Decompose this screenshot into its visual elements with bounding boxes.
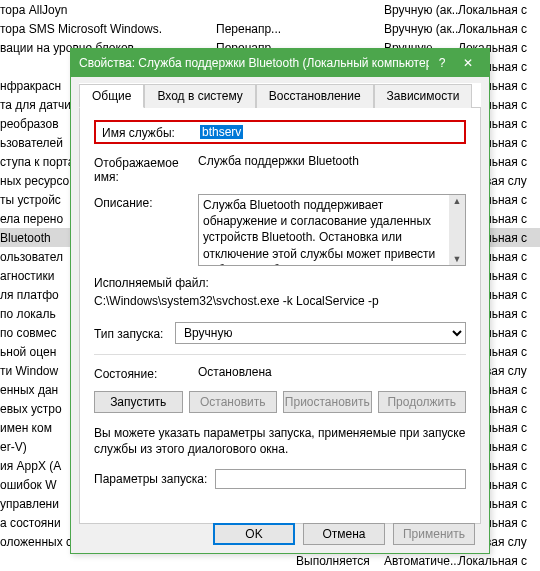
state-label: Состояние: [94,365,198,381]
params-label: Параметры запуска: [94,472,207,486]
titlebar[interactable]: Свойства: Служба поддержки Bluetooth (Ло… [71,49,489,77]
stop-button: Остановить [189,391,278,413]
description-box: Служба Bluetooth поддерживает обнаружени… [198,194,466,266]
description-label: Описание: [94,194,198,210]
service-row[interactable]: тора SMS Microsoft Windows.Перенапр...Вр… [0,19,540,38]
cancel-button[interactable]: Отмена [303,523,385,545]
properties-dialog: Свойства: Служба поддержки Bluetooth (Ло… [70,48,490,554]
startup-type-select[interactable]: Вручную [175,322,466,344]
description-text: Служба Bluetooth поддерживает обнаружени… [203,197,461,266]
dialog-title: Свойства: Служба поддержки Bluetooth (Ло… [79,56,429,70]
display-name-label: Отображаемое имя: [94,154,198,184]
dialog-buttons: OK Отмена Применить [213,523,475,545]
tab-general: Имя службы: bthserv Отображаемое имя: Сл… [79,108,481,524]
pause-button: Приостановить [283,391,372,413]
service-row[interactable]: тора AllJoynВручную (ак...Локальная с [0,0,540,19]
startup-type-label: Тип запуска: [94,325,175,341]
params-input[interactable] [215,469,466,489]
resume-button: Продолжить [378,391,467,413]
exe-value: C:\Windows\system32\svchost.exe -k Local… [94,294,466,308]
display-name-value: Служба поддержки Bluetooth [198,154,466,168]
apply-button: Применить [393,523,475,545]
help-icon[interactable]: ? [429,56,455,70]
tab-1[interactable]: Вход в систему [144,84,255,108]
service-name-label: Имя службы: [102,124,200,140]
tab-strip: ОбщиеВход в системуВосстановлениеЗависим… [79,83,481,108]
service-name-highlight: Имя службы: bthserv [94,120,466,144]
service-name-value[interactable]: bthserv [200,125,458,139]
exe-label: Исполняемый файл: [94,276,466,290]
description-scrollbar[interactable]: ▲▼ [449,195,465,265]
hint-text: Вы можете указать параметры запуска, при… [94,425,466,457]
separator [94,354,466,355]
start-button[interactable]: Запустить [94,391,183,413]
ok-button[interactable]: OK [213,523,295,545]
close-icon[interactable]: ✕ [455,56,481,70]
tab-3[interactable]: Зависимости [374,84,473,108]
tab-2[interactable]: Восстановление [256,84,374,108]
state-value: Остановлена [198,365,466,379]
tab-0[interactable]: Общие [79,84,144,108]
